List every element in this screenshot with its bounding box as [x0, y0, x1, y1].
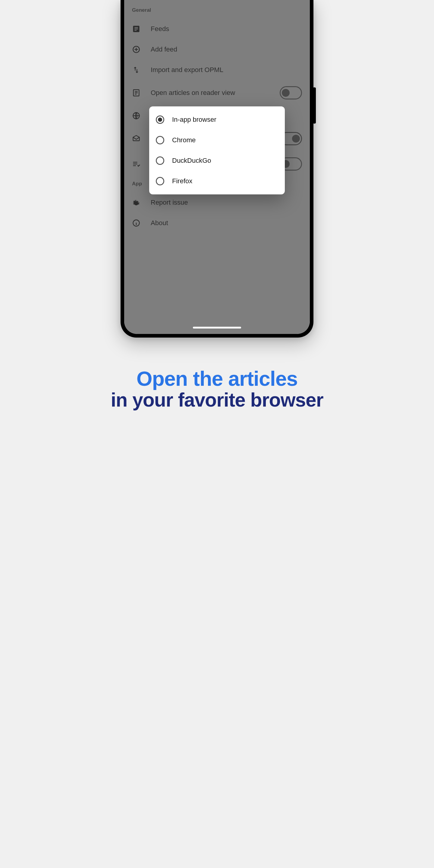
radio-label: DuckDuckGo [172, 157, 211, 164]
caption-line-2: in your favorite browser [99, 390, 335, 410]
radio-icon [156, 177, 164, 185]
radio-label: Chrome [172, 136, 195, 144]
power-button [313, 87, 316, 124]
radio-icon [156, 156, 164, 165]
home-indicator [193, 327, 241, 329]
radio-option-chrome[interactable]: Chrome [149, 130, 285, 150]
radio-option-firefox[interactable]: Firefox [149, 171, 285, 191]
radio-label: Firefox [172, 177, 192, 185]
marketing-caption: Open the articles in your favorite brows… [99, 368, 335, 411]
browser-select-dialog: In-app browser Chrome DuckDuckGo Firefox [149, 106, 285, 194]
radio-icon [156, 136, 164, 144]
radio-icon [156, 116, 164, 124]
radio-option-inapp[interactable]: In-app browser [149, 110, 285, 130]
radio-label: In-app browser [172, 116, 216, 124]
radio-option-duckduckgo[interactable]: DuckDuckGo [149, 150, 285, 171]
phone-frame: General Feeds Add feed [121, 0, 313, 338]
caption-line-1: Open the articles [99, 368, 335, 390]
screen: General Feeds Add feed [124, 0, 310, 334]
